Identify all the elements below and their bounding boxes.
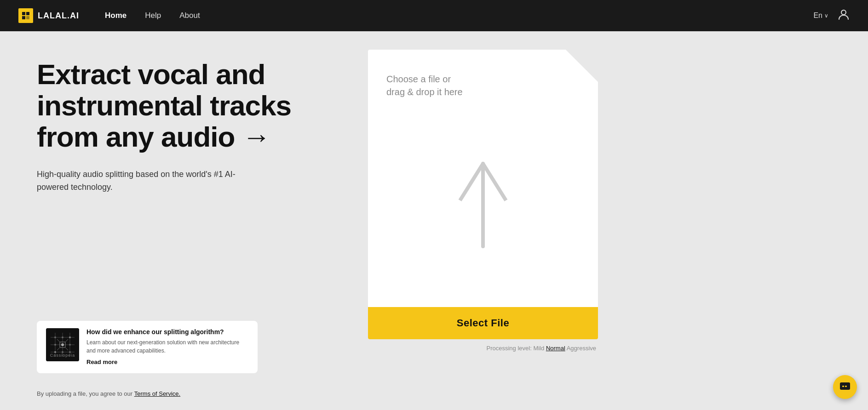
hero-title: Extract vocal and instrumental tracks fr…	[37, 59, 350, 153]
select-file-button[interactable]: Select File	[368, 307, 598, 339]
svg-point-17	[69, 344, 71, 346]
info-card-thumbnail: Cassiopeia	[46, 328, 79, 361]
info-card-title: How did we enhance our splitting algorit…	[86, 328, 248, 336]
svg-rect-28	[842, 386, 844, 387]
processing-mild[interactable]: Mild	[533, 345, 544, 352]
nav-links: Home Help About	[98, 7, 207, 24]
nav-right: En ∨	[813, 8, 850, 23]
processing-normal[interactable]: Normal	[546, 345, 565, 352]
user-account-icon[interactable]	[838, 8, 850, 23]
logo-link[interactable]: LALAL.AI	[18, 8, 79, 23]
svg-rect-2	[22, 16, 25, 19]
info-card-content: How did we enhance our splitting algorit…	[86, 328, 248, 366]
svg-point-4	[841, 10, 846, 15]
logo-text: LALAL.AI	[38, 11, 79, 21]
info-card-read-more[interactable]: Read more	[86, 359, 117, 365]
upload-dropzone[interactable]: Choose a file or drag & drop it here	[368, 50, 598, 307]
svg-rect-29	[845, 386, 847, 387]
svg-point-14	[69, 336, 71, 338]
right-section: Choose a file or drag & drop it here Sel…	[350, 31, 598, 410]
nav-about[interactable]: About	[172, 7, 207, 24]
processing-label: Processing level:	[487, 345, 532, 352]
cassiopeia-label: Cassiopeia	[46, 353, 79, 358]
lang-chevron-icon: ∨	[824, 12, 828, 19]
info-card: Cassiopeia How did we enhance our splitt…	[37, 321, 258, 373]
tos-text: By uploading a file, you agree to our Te…	[37, 390, 180, 397]
upload-icon-container	[386, 131, 580, 279]
tos-link[interactable]: Terms of Service.	[134, 390, 180, 397]
lang-label: En	[813, 11, 822, 20]
svg-point-15	[54, 344, 56, 346]
nav-help[interactable]: Help	[138, 7, 168, 24]
processing-level-selector: Processing level: Mild Normal Aggressive	[368, 345, 598, 352]
upload-prompt: Choose a file or drag & drop it here	[386, 73, 463, 98]
left-section: Extract vocal and instrumental tracks fr…	[37, 31, 350, 410]
chat-support-button[interactable]	[833, 375, 857, 399]
main-content: Extract vocal and instrumental tracks fr…	[0, 31, 868, 410]
hero-subtitle: High-quality audio splitting based on th…	[37, 168, 258, 194]
nav-home[interactable]: Home	[98, 7, 134, 24]
info-card-desc: Learn about our next-generation solution…	[86, 338, 248, 355]
processing-aggressive[interactable]: Aggressive	[567, 345, 596, 352]
svg-rect-3	[26, 16, 29, 19]
navbar: LALAL.AI Home Help About En ∨	[0, 0, 868, 31]
language-selector[interactable]: En ∨	[813, 11, 828, 20]
svg-point-13	[62, 336, 63, 338]
svg-point-16	[61, 343, 64, 346]
svg-rect-1	[26, 12, 29, 15]
upload-arrow-icon	[455, 159, 511, 251]
logo-icon	[18, 8, 33, 23]
svg-rect-0	[22, 12, 25, 15]
folded-corner-decoration	[566, 50, 598, 82]
svg-point-12	[54, 336, 56, 338]
